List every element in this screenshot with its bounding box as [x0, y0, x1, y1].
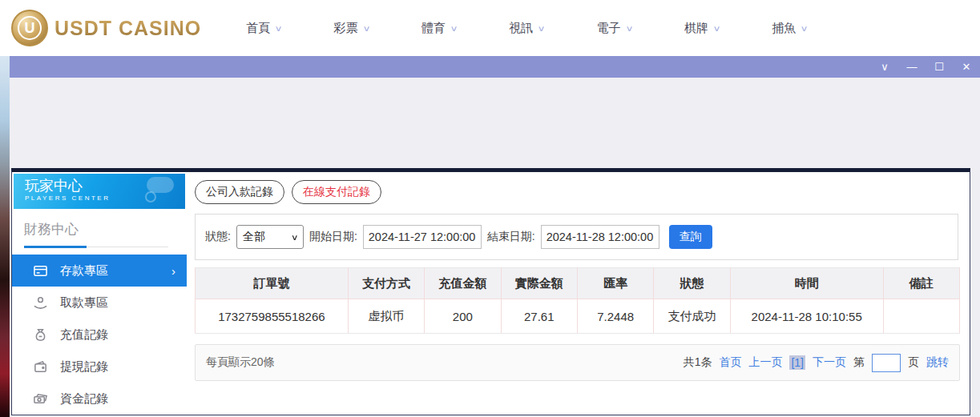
per-page-label: 每頁顯示20條 [206, 355, 275, 370]
cell-exchange-rate: 7.2448 [577, 299, 653, 334]
banknotes-icon [32, 391, 48, 407]
nav-item-home[interactable]: 首頁 ∨ [246, 21, 281, 36]
chevron-down-icon: ∨ [625, 24, 633, 33]
site-logo[interactable]: U USDT CASINO [11, 10, 201, 46]
sidebar-section-title: 財務中心 [12, 209, 187, 239]
window-close-button[interactable]: ✕ [953, 56, 980, 78]
table-header-row: 訂單號 支付方式 充值金額 實際金額 匯率 狀態 時間 備註 [196, 268, 960, 299]
sidebar-item-deposit-area[interactable]: 存款專區 › [12, 255, 187, 287]
sidebar-item-withdraw-area[interactable]: 取款專區 [12, 287, 187, 319]
col-time: 時間 [730, 268, 883, 299]
status-label: 狀態: [205, 230, 231, 244]
withdraw-hand-icon [32, 295, 48, 311]
total-count: 共1条 [684, 355, 712, 370]
money-bag-icon [32, 327, 48, 343]
player-center-panel: 玩家中心 PLAYERS CENTER 財務中心 存款專區 [11, 168, 970, 415]
chevron-down-icon: ∨ [801, 24, 809, 33]
current-page[interactable]: [1] [789, 355, 805, 370]
first-page-link[interactable]: 首页 [719, 355, 741, 370]
window-body: 玩家中心 PLAYERS CENTER 財務中心 存款專區 [10, 78, 980, 417]
cell-payment-method: 虚拟币 [348, 299, 424, 334]
chevron-right-icon: › [171, 264, 175, 278]
col-payment-method: 支付方式 [348, 268, 424, 299]
chevron-down-icon: ∨ [712, 24, 720, 33]
nav-item-video[interactable]: 視訊 ∨ [509, 21, 544, 36]
window-minimize-button[interactable]: — [898, 56, 926, 78]
col-exchange-rate: 匯率 [577, 268, 653, 299]
cell-recharge-amount: 200 [425, 299, 501, 334]
background-image-strip [0, 56, 10, 417]
cell-status: 支付成功 [654, 299, 730, 334]
site-header: U USDT CASINO 首頁 ∨ 彩票 ∨ 體育 ∨ 視訊 ∨ 電子 [0, 0, 980, 56]
chevron-down-icon: ∨ [538, 24, 546, 33]
col-remark: 備註 [883, 268, 959, 299]
tab-company-deposit-records[interactable]: 公司入款記錄 [195, 180, 284, 204]
window-dropdown-button[interactable]: ∨ [871, 56, 898, 78]
logo-coin-icon: U [11, 10, 48, 46]
end-date-input[interactable] [541, 225, 659, 249]
jump-suffix-label: 页 [908, 355, 919, 370]
tab-online-payment-records[interactable]: 在線支付記錄 [292, 180, 381, 204]
start-date-input[interactable] [363, 225, 482, 249]
cell-remark [883, 299, 959, 334]
table-row: 1732759855518266 虚拟币 200 27.61 7.2448 支付… [196, 299, 960, 334]
prev-page-link[interactable]: 上一页 [748, 355, 782, 370]
sidebar-item-recharge-records[interactable]: 充值記錄 [12, 319, 187, 351]
main-nav: 首頁 ∨ 彩票 ∨ 體育 ∨ 視訊 ∨ 電子 ∨ 棋牌 ∨ [246, 21, 859, 36]
sidebar-item-fund-records[interactable]: 資金記錄 [12, 383, 187, 415]
search-button[interactable]: 查詢 [669, 225, 712, 249]
col-actual-amount: 實際金額 [501, 268, 577, 299]
chevron-down-icon: ∨ [362, 24, 370, 33]
next-page-link[interactable]: 下一页 [813, 355, 846, 370]
chevron-down-icon: ∨ [275, 24, 283, 33]
cell-actual-amount: 27.61 [501, 299, 577, 334]
nav-item-cards[interactable]: 棋牌 ∨ [684, 21, 720, 36]
gamepad-icon [145, 191, 156, 202]
sidebar-header: 玩家中心 PLAYERS CENTER [14, 174, 185, 209]
nav-item-lottery[interactable]: 彩票 ∨ [334, 21, 369, 36]
gamepad-icon [147, 177, 174, 193]
nav-item-sports[interactable]: 體育 ∨ [421, 21, 457, 36]
window-titlebar: ∨ — ☐ ✕ [10, 56, 980, 78]
record-tabs: 公司入款記錄 在線支付記錄 [195, 180, 958, 204]
nav-item-slots[interactable]: 電子 ∨ [597, 21, 632, 36]
chevron-down-icon: ∨ [450, 24, 458, 33]
main-content: 公司入款記錄 在線支付記錄 狀態: 全部 ∨ 開始日期: 結束日期: 查詢 [187, 172, 970, 415]
col-recharge-amount: 充值金額 [425, 268, 501, 299]
jump-prefix-label: 第 [853, 355, 865, 370]
sidebar-subtitle: PLAYERS CENTER [25, 194, 185, 202]
page: U USDT CASINO 首頁 ∨ 彩票 ∨ 體育 ∨ 視訊 ∨ 電子 [0, 0, 980, 417]
cell-time: 2024-11-28 10:10:55 [730, 299, 883, 334]
player-center-window: ∨ — ☐ ✕ 玩家中心 PLAYERS CENTER 財務中心 [10, 56, 980, 417]
filter-bar: 狀態: 全部 ∨ 開始日期: 結束日期: 查詢 [195, 214, 958, 260]
wallet-icon [32, 359, 48, 375]
page-jump-input[interactable] [872, 354, 901, 372]
chevron-down-icon: ∨ [290, 233, 298, 242]
nav-item-fishing[interactable]: 捕魚 ∨ [772, 21, 807, 36]
deposit-card-icon [32, 263, 48, 279]
logo-text: USDT CASINO [54, 17, 201, 40]
col-status: 狀態 [654, 268, 730, 299]
sidebar: 玩家中心 PLAYERS CENTER 財務中心 存款專區 [12, 172, 187, 415]
status-select[interactable]: 全部 ∨ [236, 225, 304, 249]
jump-button[interactable]: 跳转 [926, 355, 949, 370]
payment-records-table: 訂單號 支付方式 充值金額 實際金額 匯率 狀態 時間 備註 [195, 267, 960, 334]
window-maximize-button[interactable]: ☐ [926, 56, 953, 78]
col-order-no: 訂單號 [196, 268, 349, 299]
start-date-label: 開始日期: [309, 230, 357, 244]
cell-order-no: 1732759855518266 [196, 299, 349, 334]
section-underline [24, 246, 168, 248]
end-date-label: 結束日期: [487, 230, 535, 244]
pager: 共1条 首页 上一页 [1] 下一页 第 页 跳转 [684, 354, 949, 372]
sidebar-item-withdrawal-records[interactable]: 提現記錄 [12, 351, 187, 383]
pagination-bar: 每頁顯示20條 共1条 首页 上一页 [1] 下一页 第 页 跳转 [195, 344, 960, 381]
